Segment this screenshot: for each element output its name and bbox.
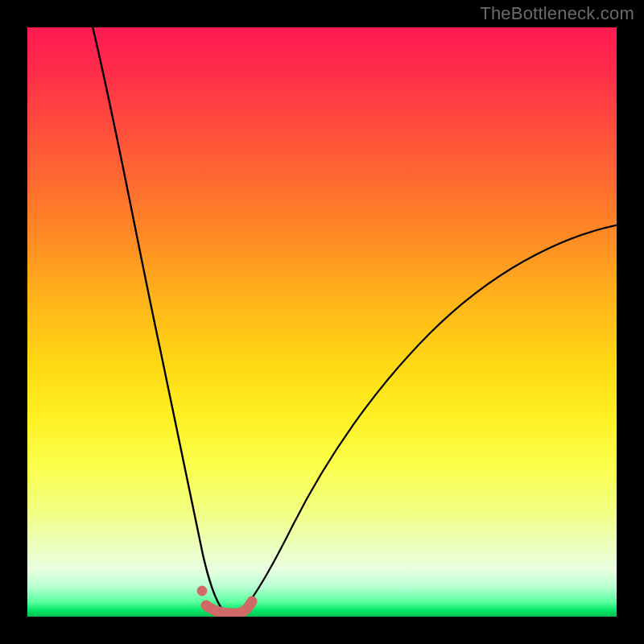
plot-area (27, 27, 617, 617)
right-curve (241, 225, 617, 612)
trough-marker-group (197, 586, 252, 613)
chart-frame: TheBottleneck.com (0, 0, 644, 644)
curve-overlay (27, 27, 617, 617)
left-curve (92, 27, 223, 610)
trough-band (206, 601, 252, 613)
trough-dot (197, 586, 207, 596)
watermark-text: TheBottleneck.com (480, 3, 634, 24)
